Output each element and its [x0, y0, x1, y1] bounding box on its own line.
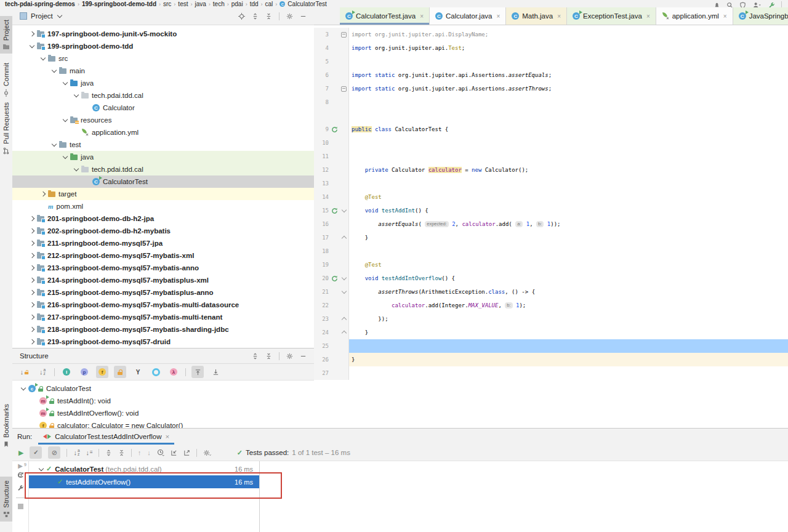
close-icon[interactable]: ×	[646, 13, 650, 20]
collapse-all-icon[interactable]	[265, 13, 272, 20]
close-icon[interactable]: ×	[420, 13, 424, 20]
fold-marker-icon[interactable]	[341, 236, 346, 241]
tree-item[interactable]: 213-springboot-demo-mysql57-mybatis-anno	[12, 262, 314, 274]
tree-item[interactable]: tech.pdai.tdd.cal	[12, 163, 314, 175]
chevron-down-icon[interactable]	[39, 465, 44, 470]
code-text[interactable]: }	[349, 353, 788, 366]
tree-item[interactable]: java	[12, 77, 314, 89]
chevron-right-icon[interactable]	[30, 339, 34, 344]
sort-visibility-icon[interactable]: ↓	[18, 366, 31, 378]
code-text[interactable]: });	[349, 312, 788, 326]
chevron-right-icon[interactable]	[30, 265, 34, 270]
chevron-right-icon[interactable]	[30, 228, 34, 233]
breadcrumb-item[interactable]: tdd	[250, 1, 259, 7]
arrow-up-icon[interactable]: ↑	[138, 449, 142, 456]
editor-tab[interactable]: application.yml×	[656, 7, 733, 25]
minus-icon[interactable]	[300, 353, 307, 360]
tree-item[interactable]: mtestAddInt(): void	[12, 395, 314, 407]
breadcrumb-item[interactable]: java	[195, 1, 206, 7]
close-icon[interactable]: ×	[723, 13, 727, 20]
locate-icon[interactable]	[238, 13, 245, 20]
code-editor[interactable]: 3import org.junit.jupiter.api.DisplayNam…	[314, 25, 788, 380]
clock-icon[interactable]	[157, 449, 164, 456]
editor-tab[interactable]: CMath.java×	[506, 7, 567, 25]
tool-window-button-commit[interactable]: Commit	[0, 59, 12, 100]
test-result-row[interactable]: ✓testAddIntOverflow()16 ms	[29, 475, 259, 488]
run-test-gutter-icon[interactable]	[331, 126, 338, 133]
code-text[interactable]	[349, 339, 788, 353]
editor-tab[interactable]: CCalculatorTest.java×	[340, 7, 430, 25]
breadcrumb-item[interactable]: tech	[213, 1, 225, 7]
code-text[interactable]: void testAddIntOverflow() {	[349, 272, 788, 285]
fold-marker-icon[interactable]	[341, 32, 347, 38]
pillar-up-icon[interactable]	[191, 366, 204, 378]
sort-alpha-icon[interactable]: ↓az	[73, 449, 79, 456]
tree-item[interactable]: 201-springboot-demo-db-h2-jpa	[12, 212, 314, 225]
arrow-down-icon[interactable]: ↓	[147, 449, 151, 456]
tree-item[interactable]: cCalculatorTest	[12, 382, 314, 395]
tree-item[interactable]: target	[12, 188, 314, 200]
code-text[interactable]	[349, 95, 788, 109]
tree-item[interactable]: 219-springboot-demo-mysql57-druid	[12, 336, 314, 348]
chevron-right-icon[interactable]	[30, 327, 34, 332]
show-anonymous-icon[interactable]	[150, 366, 162, 378]
run-test-gutter-icon[interactable]	[331, 208, 338, 214]
gear-menu-icon[interactable]	[203, 449, 211, 456]
chevron-right-icon[interactable]	[30, 253, 34, 258]
pillar-down-icon[interactable]	[209, 366, 222, 378]
gear-icon[interactable]	[286, 13, 293, 20]
breadcrumb-item[interactable]: test	[178, 1, 188, 7]
settings-wrench-icon[interactable]	[17, 485, 24, 492]
chevron-right-icon[interactable]	[30, 302, 34, 307]
run-tab[interactable]: CalculatorTest.testAddIntOverflow ×	[38, 429, 174, 445]
chevron-down-icon[interactable]	[63, 80, 68, 85]
minus-icon[interactable]	[300, 13, 307, 20]
chevron-down-icon[interactable]	[41, 55, 46, 60]
fold-marker-icon[interactable]	[341, 208, 346, 212]
breadcrumb-item[interactable]: src	[163, 1, 171, 7]
tree-item[interactable]: application.yml	[12, 126, 314, 139]
tool-window-button-project[interactable]: Project	[0, 16, 12, 54]
code-text[interactable]: public class CalculatorTest {	[349, 123, 788, 136]
code-text[interactable]	[349, 136, 788, 150]
code-text[interactable]: assertEquals( expected: 2, calculator.ad…	[349, 217, 788, 231]
code-text[interactable]: void testAddInt() {	[349, 204, 788, 217]
tree-item[interactable]: 215-springboot-demo-mysql57-mybatisplus-…	[12, 286, 314, 299]
tree-item[interactable]: resources	[12, 114, 314, 126]
tree-item[interactable]: src	[12, 52, 314, 65]
chevron-down-icon[interactable]	[63, 117, 68, 122]
tree-item[interactable]: 218-springboot-demo-mysql57-mybatis-shar…	[12, 323, 314, 336]
show-lambdas-icon[interactable]: λ	[167, 366, 180, 378]
close-icon[interactable]: ×	[166, 433, 170, 440]
code-text[interactable]: }	[349, 231, 788, 244]
code-text[interactable]: }	[349, 326, 788, 339]
tree-item[interactable]: tech.pdai.tdd.cal	[12, 89, 314, 102]
chevron-right-icon[interactable]	[30, 216, 34, 221]
tree-item[interactable]: 212-springboot-demo-mysql57-mybatis-xml	[12, 249, 314, 262]
tree-item[interactable]: main	[12, 65, 314, 77]
tree-item[interactable]: test	[12, 139, 314, 151]
breadcrumb-item[interactable]: 199-springboot-demo-tdd	[82, 1, 156, 7]
chevron-right-icon[interactable]	[30, 31, 34, 36]
run-test-gutter-icon[interactable]	[331, 275, 338, 282]
chevron-right-icon[interactable]	[30, 278, 34, 283]
show-fields-icon[interactable]: f	[96, 366, 108, 378]
code-text[interactable]	[349, 55, 788, 68]
fold-marker-icon[interactable]	[341, 275, 346, 280]
code-text[interactable]: @Test	[349, 258, 788, 272]
show-inherited-icon[interactable]: I	[60, 366, 73, 378]
import-results-icon[interactable]	[171, 449, 177, 456]
sort-alpha-icon[interactable]: ↓az	[36, 366, 49, 378]
expand-all-icon[interactable]	[105, 449, 112, 456]
code-text[interactable]: calculator.add(Integer.MAX_VALUE, b: 1);	[349, 299, 788, 312]
expand-all-icon[interactable]	[252, 353, 259, 360]
code-text[interactable]	[349, 244, 788, 258]
chevron-down-icon[interactable]	[52, 68, 57, 73]
tree-item[interactable]: 216-springboot-demo-mysql57-mybatis-mult…	[12, 299, 314, 311]
collapse-all-icon[interactable]	[118, 449, 125, 456]
chip-check-icon[interactable]: ✓	[30, 446, 42, 459]
rerun-auto-icon[interactable]	[17, 472, 24, 479]
export-results-icon[interactable]	[183, 449, 190, 456]
show-non-public-icon[interactable]	[114, 366, 126, 378]
breadcrumb-item[interactable]: CalculatorTest	[287, 1, 326, 7]
